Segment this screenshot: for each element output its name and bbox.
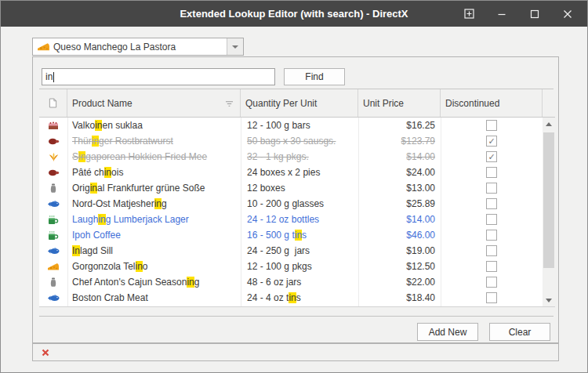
product-name-cell[interactable]: Thüringer Rostbratwurst xyxy=(67,133,241,149)
sausage-icon xyxy=(39,165,67,180)
combo-dropdown-button[interactable] xyxy=(227,38,243,55)
table-row[interactable]: Original Frankfurter grüne Soße12 boxes$… xyxy=(39,180,543,196)
table-row[interactable]: Nord-Ost Matjeshering10 - 200 g glasses$… xyxy=(39,196,543,212)
unit-price-cell[interactable]: $46.00 xyxy=(358,227,441,243)
scroll-up-icon[interactable] xyxy=(543,118,555,130)
vertical-scrollbar[interactable] xyxy=(543,118,555,306)
find-button[interactable]: Find xyxy=(284,68,345,85)
minimize-icon[interactable] xyxy=(485,1,518,27)
window-controls xyxy=(452,1,584,27)
row-indicator-header[interactable] xyxy=(39,89,67,117)
add-new-button-label: Add New xyxy=(429,327,467,338)
unit-price-cell[interactable]: $14.00 xyxy=(358,149,441,165)
quantity-per-unit-cell[interactable]: 32 - 1 kg pkgs. xyxy=(241,149,358,165)
discontinued-checkbox[interactable] xyxy=(486,245,497,256)
quantity-per-unit-cell[interactable]: 48 - 6 oz jars xyxy=(241,274,358,290)
discontinued-cell xyxy=(441,259,543,274)
discontinued-checkbox[interactable] xyxy=(486,214,497,225)
unit-price-cell[interactable]: $16.25 xyxy=(358,118,441,133)
discontinued-checkbox[interactable] xyxy=(486,198,497,209)
unit-price-cell[interactable]: $25.89 xyxy=(358,196,441,212)
title-bar: Extended Lookup Editor (with search) - D… xyxy=(1,1,587,27)
discontinued-checkbox[interactable]: ✓ xyxy=(486,136,497,147)
quantity-per-unit-cell[interactable]: 12 - 100 g bars xyxy=(241,118,358,133)
table-row[interactable]: Boston Crab Meat24 - 4 oz tins$18.40 xyxy=(39,290,543,306)
discontinued-cell: ✓ xyxy=(441,149,543,165)
table-row[interactable]: Chef Anton's Cajun Seasoning48 - 6 oz ja… xyxy=(39,274,543,290)
unit-price-cell[interactable]: $14.00 xyxy=(358,212,441,227)
table-row[interactable]: Ipoh Coffee16 - 500 g tins$46.00 xyxy=(39,227,543,243)
column-header-quantity[interactable]: Quantity Per Unit xyxy=(241,89,358,117)
column-header-label: Quantity Per Unit xyxy=(245,98,317,109)
product-name-cell[interactable]: Ipoh Coffee xyxy=(67,227,241,243)
product-name-cell[interactable]: Nord-Ost Matjeshering xyxy=(67,196,241,212)
table-row[interactable]: Inlagd Sill24 - 250 g jars$19.00 xyxy=(39,243,543,259)
table-row[interactable]: Pâté chinois24 boxes x 2 pies$24.00 xyxy=(39,165,543,180)
unit-price-cell[interactable]: $13.00 xyxy=(358,180,441,196)
cheese-icon xyxy=(33,42,53,52)
column-header-product-name[interactable]: Product Name xyxy=(67,89,241,117)
quantity-per-unit-cell[interactable]: 12 boxes xyxy=(241,180,358,196)
lookup-combo[interactable]: Queso Manchego La Pastora xyxy=(32,38,244,56)
validation-error-row xyxy=(32,343,559,361)
table-row[interactable]: Singaporean Hokkien Fried Mee32 - 1 kg p… xyxy=(39,149,543,165)
quantity-per-unit-cell[interactable]: 12 - 100 g pkgs xyxy=(241,259,358,274)
quantity-per-unit-cell[interactable]: 16 - 500 g tins xyxy=(241,227,358,243)
scroll-down-icon[interactable] xyxy=(543,294,555,306)
product-name-cell[interactable]: Original Frankfurter grüne Soße xyxy=(67,180,241,196)
quantity-per-unit-cell[interactable]: 10 - 200 g glasses xyxy=(241,196,358,212)
discontinued-checkbox[interactable]: ✓ xyxy=(486,151,497,162)
discontinued-checkbox[interactable] xyxy=(486,277,497,288)
discontinued-checkbox[interactable] xyxy=(486,120,497,131)
product-name-cell[interactable]: Gorgonzola Telino xyxy=(67,259,241,274)
discontinued-checkbox[interactable] xyxy=(486,292,497,303)
discontinued-checkbox[interactable] xyxy=(486,183,497,194)
discontinued-checkbox[interactable] xyxy=(486,167,497,178)
quantity-per-unit-cell[interactable]: 24 - 4 oz tins xyxy=(241,290,358,306)
product-name-cell[interactable]: Inlagd Sill xyxy=(67,243,241,259)
maximize-icon[interactable] xyxy=(518,1,551,27)
column-header-discontinued[interactable]: Discontinued xyxy=(441,89,543,117)
search-input[interactable]: in xyxy=(42,68,275,85)
table-row[interactable]: Gorgonzola Telino12 - 100 g pkgs$12.50 xyxy=(39,259,543,274)
quantity-per-unit-cell[interactable]: 24 boxes x 2 pies xyxy=(241,165,358,180)
quantity-per-unit-cell[interactable]: 50 bags x 30 sausgs. xyxy=(241,133,358,149)
product-name-cell[interactable]: Boston Crab Meat xyxy=(67,290,241,306)
unit-price-cell[interactable]: $22.00 xyxy=(358,274,441,290)
discontinued-checkbox[interactable] xyxy=(486,230,497,241)
discontinued-cell xyxy=(441,274,543,290)
sausage-icon xyxy=(39,133,67,149)
column-header-unit-price[interactable]: Unit Price xyxy=(358,89,441,117)
table-row[interactable]: Laughing Lumberjack Lager24 - 12 oz bott… xyxy=(39,212,543,227)
product-name-cell[interactable]: Valkoinen suklaa xyxy=(67,118,241,133)
close-icon[interactable] xyxy=(551,1,584,27)
discontinued-cell xyxy=(441,243,543,259)
table-row[interactable]: Valkoinen suklaa12 - 100 g bars$16.25 xyxy=(39,118,543,133)
quantity-per-unit-cell[interactable]: 24 - 12 oz bottles xyxy=(241,212,358,227)
unit-price-cell[interactable]: $123.79 xyxy=(358,133,441,149)
discontinued-cell xyxy=(441,118,543,133)
discontinued-cell xyxy=(441,227,543,243)
scrollbar-header-spacer xyxy=(543,89,555,117)
grid-header: Product Name Quantity Per Unit Unit Pric… xyxy=(39,89,555,118)
filter-icon[interactable] xyxy=(225,99,234,110)
product-name-cell[interactable]: Chef Anton's Cajun Seasoning xyxy=(67,274,241,290)
herbs-icon xyxy=(39,149,67,165)
product-name-cell[interactable]: Singaporean Hokkien Fried Mee xyxy=(67,149,241,165)
document-icon xyxy=(49,98,57,108)
quantity-per-unit-cell[interactable]: 24 - 250 g jars xyxy=(241,243,358,259)
boxed-plus-icon[interactable] xyxy=(452,1,485,27)
clear-button[interactable]: Clear xyxy=(489,323,550,341)
product-name-cell[interactable]: Laughing Lumberjack Lager xyxy=(67,212,241,227)
discontinued-cell xyxy=(441,196,543,212)
unit-price-cell[interactable]: $12.50 xyxy=(358,259,441,274)
table-row[interactable]: Thüringer Rostbratwurst50 bags x 30 saus… xyxy=(39,133,543,149)
unit-price-cell[interactable]: $18.40 xyxy=(358,290,441,306)
unit-price-cell[interactable]: $19.00 xyxy=(358,243,441,259)
unit-price-cell[interactable]: $24.00 xyxy=(358,165,441,180)
discontinued-checkbox[interactable] xyxy=(486,261,497,272)
scrollbar-thumb[interactable] xyxy=(543,132,554,268)
add-new-button[interactable]: Add New xyxy=(417,323,478,341)
product-name-cell[interactable]: Pâté chinois xyxy=(67,165,241,180)
cake-icon xyxy=(39,118,67,133)
